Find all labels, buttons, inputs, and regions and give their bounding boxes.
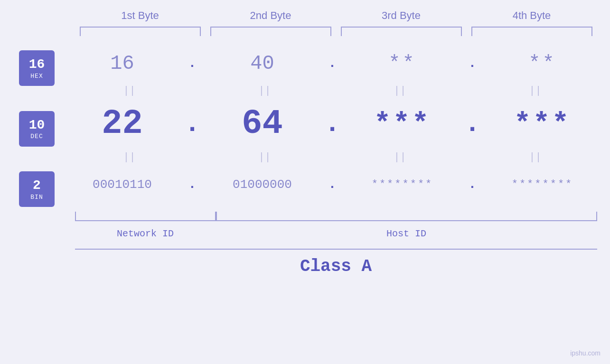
sep-2-4: ||: [479, 151, 591, 163]
values-wrapper: 16 . 40 . ** . **: [64, 46, 610, 207]
bin-dot-3: .: [460, 177, 484, 192]
dec-val-3: ***: [374, 108, 431, 140]
dec-val-1: 22: [102, 104, 142, 143]
bracket-2: [210, 27, 331, 36]
byte-header-4: 4th Byte: [467, 9, 597, 22]
bin-val-2-cell: 01000000: [204, 177, 320, 192]
byte-headers: 1st Byte 2nd Byte 3rd Byte 4th Byte: [75, 9, 597, 22]
hex-val-1-cell: 16: [64, 52, 180, 75]
bin-val-4: ********: [512, 178, 573, 190]
hex-val-3: **: [388, 52, 416, 75]
bin-val-1-cell: 00010110: [64, 177, 180, 192]
hex-dot-2: .: [320, 56, 344, 71]
bracket-1: [80, 27, 201, 36]
hex-dot-3: .: [460, 56, 484, 71]
hex-val-3-cell: **: [344, 52, 460, 75]
bin-dot-1: .: [180, 177, 204, 192]
hex-badge-label: HEX: [30, 73, 43, 80]
sep-1-4: ||: [479, 85, 591, 97]
bottom-brackets: [75, 212, 597, 226]
sep-2-3: ||: [344, 151, 456, 163]
network-bracket: [75, 212, 216, 221]
class-footer: Class A: [75, 249, 597, 276]
bottom-labels: Network ID Host ID: [75, 228, 597, 239]
byte-header-1: 1st Byte: [75, 9, 206, 22]
byte-header-2: 2nd Byte: [206, 9, 336, 22]
dec-badge: 10 DEC: [19, 111, 55, 147]
bin-badge-number: 2: [33, 177, 41, 194]
dec-val-3-cell: ***: [344, 108, 460, 140]
sep-1-3: ||: [344, 85, 456, 97]
bracket-4: [471, 27, 592, 36]
dec-val-2-cell: 64: [204, 104, 320, 143]
byte-header-3: 3rd Byte: [336, 9, 467, 22]
hex-dot-1: .: [180, 56, 204, 71]
hex-row: 16 . 40 . ** . **: [64, 46, 601, 81]
host-bracket: [216, 212, 597, 221]
dec-val-1-cell: 22: [64, 104, 180, 143]
bin-val-1: 00010110: [93, 177, 152, 192]
hex-val-2-cell: 40: [204, 52, 320, 75]
network-id-label: Network ID: [75, 228, 216, 239]
bracket-3: [341, 27, 462, 36]
bin-val-3-cell: ********: [344, 178, 460, 190]
hex-val-1: 16: [110, 52, 134, 75]
hex-val-4: **: [528, 52, 556, 75]
bin-row: 00010110 . 01000000 . ******** .: [64, 167, 601, 202]
class-label: Class A: [300, 257, 372, 276]
dec-val-2: 64: [242, 104, 282, 143]
dec-val-4: ***: [514, 108, 571, 140]
bin-dot-2: .: [320, 177, 344, 192]
dec-val-4-cell: ***: [484, 108, 601, 140]
bottom-section: Network ID Host ID: [75, 212, 597, 239]
hex-val-4-cell: **: [484, 52, 601, 75]
bin-val-3: ********: [372, 178, 433, 190]
dec-dot-2: .: [320, 109, 344, 139]
watermark: ipshu.com: [570, 349, 601, 357]
hex-badge: 16 HEX: [19, 50, 55, 86]
sep-row-2: || || || ||: [64, 148, 601, 167]
sep-2-2: ||: [209, 151, 320, 163]
bin-badge-label: BIN: [30, 194, 43, 201]
dec-badge-number: 10: [29, 117, 45, 133]
sep-row-1: || || || ||: [64, 81, 601, 100]
dec-row: 22 . 64 . *** . ***: [64, 100, 601, 148]
badges-column: 16 HEX 10 DEC 2 BIN: [0, 46, 64, 207]
dec-dot-3: .: [460, 109, 484, 139]
bin-val-4-cell: ********: [484, 178, 601, 190]
bin-badge: 2 BIN: [19, 171, 55, 207]
dec-badge-label: DEC: [30, 133, 43, 140]
top-brackets: [75, 27, 597, 41]
sep-1-2: ||: [209, 85, 320, 97]
sep-2-1: ||: [74, 151, 185, 163]
hex-badge-number: 16: [29, 56, 45, 73]
sep-1-1: ||: [74, 85, 185, 97]
hex-val-2: 40: [250, 52, 274, 75]
bin-val-2: 01000000: [233, 177, 292, 192]
content-wrapper: 16 HEX 10 DEC 2 BIN: [0, 41, 610, 207]
dec-dot-1: .: [180, 109, 204, 139]
main-container: 1st Byte 2nd Byte 3rd Byte 4th Byte 16 H…: [0, 0, 610, 364]
host-id-label: Host ID: [216, 228, 597, 239]
